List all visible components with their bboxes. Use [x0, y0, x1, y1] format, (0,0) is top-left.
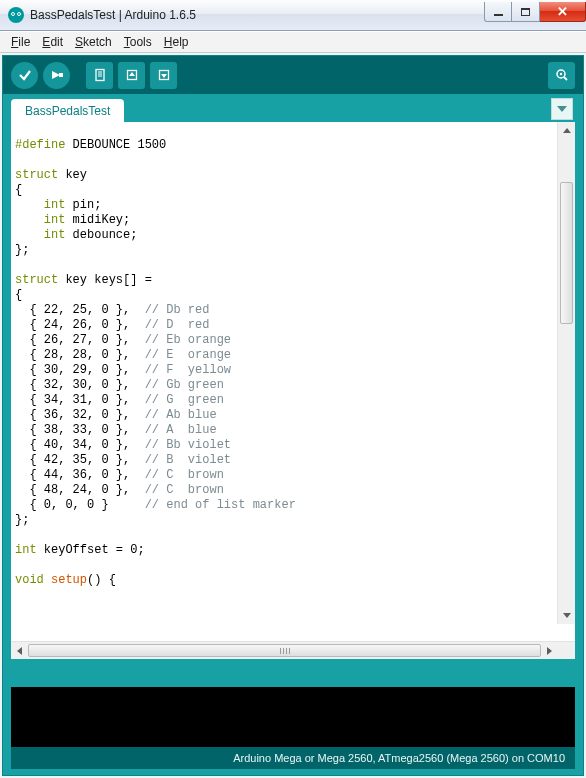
scroll-down-button[interactable] [558, 607, 575, 624]
svg-marker-9 [161, 74, 167, 78]
scroll-thumb-horizontal[interactable] [28, 644, 541, 657]
maximize-button[interactable] [512, 2, 540, 22]
open-button[interactable] [118, 62, 145, 89]
sketch-tab[interactable]: BassPedalsTest [11, 99, 124, 122]
chevron-down-icon [557, 106, 567, 112]
svg-rect-2 [96, 70, 104, 81]
titlebar[interactable]: BassPedalsTest | Arduino 1.6.5 ✕ [0, 0, 586, 31]
serial-monitor-button[interactable] [548, 62, 575, 89]
window-buttons: ✕ [484, 2, 586, 22]
file-icon [93, 68, 107, 82]
svg-line-11 [564, 77, 567, 80]
close-icon: ✕ [557, 7, 568, 17]
console[interactable] [11, 687, 575, 747]
svg-marker-0 [52, 71, 60, 79]
upload-button[interactable] [43, 62, 70, 89]
board-info-label: Arduino Mega or Mega 2560, ATmega2560 (M… [233, 752, 565, 764]
scroll-up-button[interactable] [558, 122, 575, 139]
arrow-up-icon [125, 68, 139, 82]
serial-monitor-icon [554, 67, 570, 83]
tab-menu-button[interactable] [551, 98, 573, 120]
toolbar [3, 56, 583, 94]
check-icon [18, 68, 32, 82]
menu-help[interactable]: Help [159, 34, 194, 50]
menu-sketch[interactable]: Sketch [70, 34, 117, 50]
app-window: BassPedalsTest | Arduino 1.6.5 ✕ File Ed… [0, 0, 586, 778]
scrollbar-corner [558, 642, 575, 659]
chevron-right-icon [547, 647, 552, 655]
close-button[interactable]: ✕ [540, 2, 586, 22]
new-button[interactable] [86, 62, 113, 89]
scroll-left-button[interactable] [11, 642, 28, 659]
svg-rect-1 [59, 73, 63, 77]
menu-tools[interactable]: Tools [119, 34, 157, 50]
vertical-scrollbar[interactable] [557, 122, 575, 624]
arrow-right-icon [50, 68, 64, 82]
save-button[interactable] [150, 62, 177, 89]
arduino-logo-icon [8, 7, 24, 23]
horizontal-scrollbar[interactable] [11, 641, 575, 659]
code-content[interactable]: #define DEBOUNCE 1500 struct key { int p… [11, 134, 575, 588]
svg-point-12 [559, 73, 561, 75]
minimize-button[interactable] [484, 2, 512, 22]
editor-panel: #define DEBOUNCE 1500 struct key { int p… [11, 122, 575, 659]
menu-edit[interactable]: Edit [37, 34, 68, 50]
arrow-down-icon [157, 68, 171, 82]
window-title: BassPedalsTest | Arduino 1.6.5 [30, 8, 484, 22]
verify-button[interactable] [11, 62, 38, 89]
code-editor[interactable]: #define DEBOUNCE 1500 struct key { int p… [11, 122, 575, 641]
chevron-up-icon [563, 128, 571, 133]
menubar: File Edit Sketch Tools Help [0, 31, 586, 53]
minimize-icon [494, 14, 503, 16]
board-info: Arduino Mega or Mega 2560, ATmega2560 (M… [11, 747, 575, 769]
scroll-right-button[interactable] [541, 642, 558, 659]
scroll-thumb-vertical[interactable] [560, 182, 573, 324]
chevron-left-icon [17, 647, 22, 655]
main-frame: BassPedalsTest #define DEBOUNCE 1500 str… [2, 55, 584, 776]
tabstrip: BassPedalsTest [3, 94, 583, 122]
maximize-icon [521, 8, 530, 16]
menu-file[interactable]: File [6, 34, 35, 50]
chevron-down-icon [563, 613, 571, 618]
svg-marker-7 [129, 72, 135, 76]
status-bar [11, 665, 575, 687]
scroll-track-horizontal[interactable] [28, 642, 541, 659]
